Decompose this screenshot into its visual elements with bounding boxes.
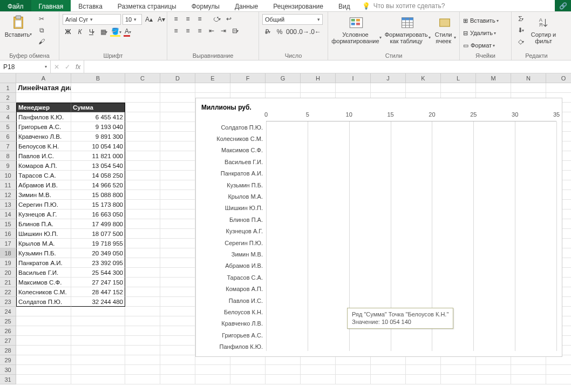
cell[interactable] [160, 355, 195, 365]
col-header-O[interactable]: O [546, 73, 571, 83]
row-header-19[interactable]: 19 [0, 258, 16, 268]
cell[interactable]: Зимин М.В. [16, 190, 71, 200]
cell[interactable]: Колесников С.М. [16, 287, 71, 297]
cell[interactable] [160, 346, 195, 355]
fx-button[interactable]: fx [76, 63, 80, 71]
cell[interactable]: Белоусов К.Н. [16, 141, 71, 151]
cell[interactable] [125, 112, 160, 122]
cell[interactable] [511, 365, 546, 375]
cell[interactable] [16, 93, 71, 103]
align-left-button[interactable]: ≡ [171, 26, 181, 36]
fill-color-button[interactable]: 🪣▾ [110, 27, 121, 37]
cell[interactable] [125, 326, 160, 336]
merge-button[interactable]: ⊟▾ [230, 26, 241, 36]
row-header-2[interactable]: 2 [0, 93, 16, 103]
cell[interactable] [371, 365, 406, 375]
cell[interactable] [160, 141, 195, 151]
cell[interactable] [160, 209, 195, 219]
tell-me[interactable]: 💡 Что вы хотите сделать? [358, 0, 555, 11]
row-header-31[interactable]: 31 [0, 375, 16, 384]
cell[interactable] [71, 346, 125, 355]
share-button[interactable]: 🔗 [555, 0, 571, 11]
confirm-input-icon[interactable]: ✓ [65, 63, 70, 71]
font-color-button[interactable]: A▾ [122, 27, 133, 37]
cell[interactable] [125, 151, 160, 161]
cell[interactable] [16, 375, 71, 384]
bold-button[interactable]: Ж [63, 27, 73, 37]
cell[interactable] [160, 200, 195, 209]
cell[interactable] [125, 132, 160, 141]
cell[interactable] [16, 355, 71, 365]
cell[interactable] [160, 219, 195, 229]
cell[interactable] [160, 151, 195, 161]
row-header-23[interactable]: 23 [0, 297, 16, 307]
cell[interactable] [160, 326, 195, 336]
insert-cells-button[interactable]: ⊞Вставить▾ [463, 15, 499, 26]
cell[interactable]: 19 718 955 [71, 239, 125, 248]
cell[interactable]: Тарасов С.А. [16, 171, 71, 180]
cell[interactable] [125, 355, 160, 365]
cell[interactable] [125, 297, 160, 307]
col-header-M[interactable]: M [476, 73, 511, 83]
cell[interactable]: 10 054 140 [71, 141, 125, 151]
cell[interactable] [160, 316, 195, 326]
cell[interactable] [476, 83, 511, 93]
row-header-15[interactable]: 15 [0, 219, 16, 229]
delete-cells-button[interactable]: ⊟Удалить▾ [463, 28, 496, 38]
cell[interactable]: Кузьмин П.Б. [16, 248, 71, 258]
row-header-17[interactable]: 17 [0, 239, 16, 248]
format-as-table-button[interactable]: Форматировать как таблицу▾ [384, 14, 431, 44]
cell[interactable] [160, 161, 195, 171]
row-header-18[interactable]: 18 [0, 248, 16, 258]
col-header-G[interactable]: G [266, 73, 301, 83]
cell[interactable]: 28 447 152 [71, 287, 125, 297]
cell[interactable] [125, 83, 160, 93]
row-header-1[interactable]: 1 [0, 83, 16, 93]
align-top-button[interactable]: ≡ [171, 14, 181, 24]
cell[interactable] [125, 93, 160, 103]
copy-button[interactable]: ⧉ [36, 25, 47, 35]
decrease-indent-button[interactable]: ⇤ [206, 26, 217, 36]
cell[interactable] [160, 180, 195, 190]
cell-styles-button[interactable]: Стили ячеек▾ [433, 14, 456, 44]
cell[interactable] [160, 122, 195, 132]
cell[interactable] [195, 83, 230, 93]
cell[interactable] [16, 326, 71, 336]
tab-layout[interactable]: Разметка страницы [110, 0, 184, 11]
cell[interactable]: Кузнецов А.Г. [16, 209, 71, 219]
cell[interactable] [71, 307, 125, 316]
cell[interactable] [160, 190, 195, 200]
cell[interactable]: Крылов М.А. [16, 239, 71, 248]
cell[interactable] [125, 161, 160, 171]
cell[interactable]: Блинов П.А. [16, 219, 71, 229]
cell[interactable] [16, 307, 71, 316]
tab-formulas[interactable]: Формулы [184, 0, 227, 11]
row-header-30[interactable]: 30 [0, 365, 16, 375]
cell[interactable] [125, 346, 160, 355]
col-header-B[interactable]: B [71, 73, 125, 83]
cell[interactable] [125, 180, 160, 190]
increase-decimal-button[interactable]: .0→ [298, 27, 309, 37]
row-header-12[interactable]: 12 [0, 190, 16, 200]
cell[interactable] [71, 316, 125, 326]
cell[interactable] [160, 112, 195, 122]
cell[interactable] [160, 132, 195, 141]
row-header-8[interactable]: 8 [0, 151, 16, 161]
cell[interactable] [160, 307, 195, 316]
cell[interactable] [125, 209, 160, 219]
cell[interactable] [160, 171, 195, 180]
cell[interactable] [511, 83, 546, 93]
cell[interactable]: Солдатов П.Ю. [16, 297, 71, 307]
cell[interactable] [125, 307, 160, 316]
cell[interactable] [71, 375, 125, 384]
tab-insert[interactable]: Вставка [71, 0, 110, 11]
cell[interactable] [71, 326, 125, 336]
cell[interactable] [125, 190, 160, 200]
cell[interactable]: Григорьев А.С. [16, 122, 71, 132]
cell[interactable] [125, 103, 160, 112]
cell[interactable] [125, 219, 160, 229]
cell[interactable] [476, 375, 511, 384]
fill-button[interactable]: ⬇▾ [515, 25, 527, 35]
cell[interactable] [125, 171, 160, 180]
cell[interactable]: 14 966 520 [71, 180, 125, 190]
